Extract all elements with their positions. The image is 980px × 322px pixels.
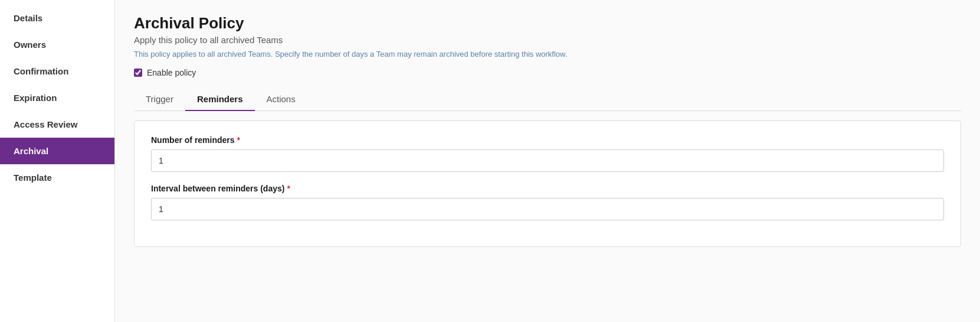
sidebar-item-expiration[interactable]: Expiration — [0, 84, 114, 111]
enable-policy-checkbox[interactable] — [134, 69, 142, 77]
form-card: Number of reminders * Interval between r… — [134, 121, 961, 247]
sidebar-item-details[interactable]: Details — [0, 5, 114, 31]
sidebar-item-access-review[interactable]: Access Review — [0, 111, 114, 138]
interval-label: Interval between reminders (days) * — [151, 184, 944, 193]
interval-field: Interval between reminders (days) * — [151, 184, 944, 220]
required-star-1: * — [237, 135, 240, 145]
page-subtitle: Apply this policy to all archived Teams — [134, 35, 961, 45]
number-of-reminders-label: Number of reminders * — [151, 135, 944, 145]
sidebar-item-template[interactable]: Template — [0, 164, 114, 191]
tab-reminders[interactable]: Reminders — [185, 88, 255, 111]
page-description: This policy applies to all archived Team… — [134, 50, 961, 58]
required-star-2: * — [287, 184, 290, 193]
page-title: Archival Policy — [134, 14, 961, 32]
sidebar: DetailsOwnersConfirmationExpirationAcces… — [0, 0, 115, 322]
tabs-row: TriggerRemindersActions — [134, 88, 961, 111]
number-of-reminders-input[interactable] — [151, 149, 944, 172]
tab-trigger[interactable]: Trigger — [134, 88, 185, 111]
enable-policy-label[interactable]: Enable policy — [147, 68, 196, 77]
sidebar-item-archival[interactable]: Archival — [0, 138, 114, 164]
sidebar-item-owners[interactable]: Owners — [0, 31, 114, 58]
tab-actions[interactable]: Actions — [255, 88, 307, 111]
sidebar-item-confirmation[interactable]: Confirmation — [0, 58, 114, 84]
interval-input[interactable] — [151, 198, 944, 220]
main-content: Archival Policy Apply this policy to all… — [115, 0, 980, 322]
number-of-reminders-field: Number of reminders * — [151, 135, 944, 172]
enable-policy-row: Enable policy — [134, 68, 961, 77]
